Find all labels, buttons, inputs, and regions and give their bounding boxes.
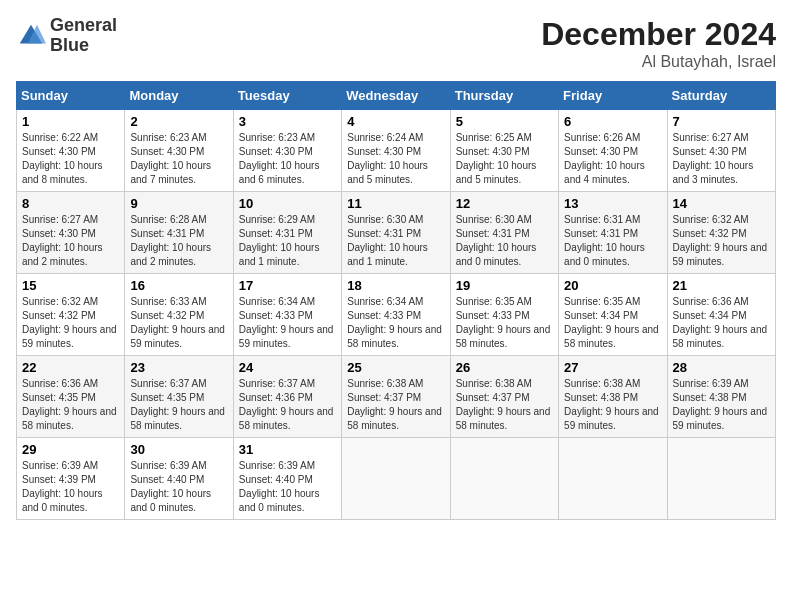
day-number: 19 <box>456 278 553 293</box>
day-number: 29 <box>22 442 119 457</box>
day-detail: Sunrise: 6:23 AMSunset: 4:30 PMDaylight:… <box>239 131 336 187</box>
calendar-cell: 15Sunrise: 6:32 AMSunset: 4:32 PMDayligh… <box>17 274 125 356</box>
col-header-wednesday: Wednesday <box>342 82 450 110</box>
day-number: 18 <box>347 278 444 293</box>
day-number: 2 <box>130 114 227 129</box>
day-detail: Sunrise: 6:38 AMSunset: 4:37 PMDaylight:… <box>347 377 444 433</box>
day-detail: Sunrise: 6:34 AMSunset: 4:33 PMDaylight:… <box>347 295 444 351</box>
location: Al Butayhah, Israel <box>541 53 776 71</box>
day-number: 31 <box>239 442 336 457</box>
day-detail: Sunrise: 6:37 AMSunset: 4:35 PMDaylight:… <box>130 377 227 433</box>
calendar-cell: 8Sunrise: 6:27 AMSunset: 4:30 PMDaylight… <box>17 192 125 274</box>
col-header-monday: Monday <box>125 82 233 110</box>
day-detail: Sunrise: 6:36 AMSunset: 4:34 PMDaylight:… <box>673 295 770 351</box>
day-number: 5 <box>456 114 553 129</box>
day-detail: Sunrise: 6:39 AMSunset: 4:40 PMDaylight:… <box>130 459 227 515</box>
calendar-cell: 31Sunrise: 6:39 AMSunset: 4:40 PMDayligh… <box>233 438 341 520</box>
calendar-cell: 24Sunrise: 6:37 AMSunset: 4:36 PMDayligh… <box>233 356 341 438</box>
day-detail: Sunrise: 6:32 AMSunset: 4:32 PMDaylight:… <box>22 295 119 351</box>
day-number: 1 <box>22 114 119 129</box>
day-detail: Sunrise: 6:25 AMSunset: 4:30 PMDaylight:… <box>456 131 553 187</box>
calendar-week-row: 15Sunrise: 6:32 AMSunset: 4:32 PMDayligh… <box>17 274 776 356</box>
calendar-table: SundayMondayTuesdayWednesdayThursdayFrid… <box>16 81 776 520</box>
col-header-thursday: Thursday <box>450 82 558 110</box>
day-number: 15 <box>22 278 119 293</box>
calendar-cell: 22Sunrise: 6:36 AMSunset: 4:35 PMDayligh… <box>17 356 125 438</box>
calendar-cell: 12Sunrise: 6:30 AMSunset: 4:31 PMDayligh… <box>450 192 558 274</box>
day-number: 3 <box>239 114 336 129</box>
calendar-cell: 27Sunrise: 6:38 AMSunset: 4:38 PMDayligh… <box>559 356 667 438</box>
col-header-sunday: Sunday <box>17 82 125 110</box>
day-number: 7 <box>673 114 770 129</box>
day-detail: Sunrise: 6:30 AMSunset: 4:31 PMDaylight:… <box>456 213 553 269</box>
col-header-friday: Friday <box>559 82 667 110</box>
day-detail: Sunrise: 6:26 AMSunset: 4:30 PMDaylight:… <box>564 131 661 187</box>
day-number: 26 <box>456 360 553 375</box>
logo-icon <box>16 21 46 51</box>
calendar-cell: 26Sunrise: 6:38 AMSunset: 4:37 PMDayligh… <box>450 356 558 438</box>
calendar-cell <box>559 438 667 520</box>
day-number: 4 <box>347 114 444 129</box>
calendar-cell: 29Sunrise: 6:39 AMSunset: 4:39 PMDayligh… <box>17 438 125 520</box>
day-detail: Sunrise: 6:39 AMSunset: 4:38 PMDaylight:… <box>673 377 770 433</box>
day-number: 25 <box>347 360 444 375</box>
day-detail: Sunrise: 6:22 AMSunset: 4:30 PMDaylight:… <box>22 131 119 187</box>
day-number: 23 <box>130 360 227 375</box>
calendar-cell: 13Sunrise: 6:31 AMSunset: 4:31 PMDayligh… <box>559 192 667 274</box>
calendar-cell: 2Sunrise: 6:23 AMSunset: 4:30 PMDaylight… <box>125 110 233 192</box>
day-number: 28 <box>673 360 770 375</box>
day-number: 22 <box>22 360 119 375</box>
calendar-cell: 28Sunrise: 6:39 AMSunset: 4:38 PMDayligh… <box>667 356 775 438</box>
calendar-cell: 7Sunrise: 6:27 AMSunset: 4:30 PMDaylight… <box>667 110 775 192</box>
col-header-saturday: Saturday <box>667 82 775 110</box>
day-number: 21 <box>673 278 770 293</box>
col-header-tuesday: Tuesday <box>233 82 341 110</box>
day-detail: Sunrise: 6:37 AMSunset: 4:36 PMDaylight:… <box>239 377 336 433</box>
day-detail: Sunrise: 6:39 AMSunset: 4:39 PMDaylight:… <box>22 459 119 515</box>
day-detail: Sunrise: 6:28 AMSunset: 4:31 PMDaylight:… <box>130 213 227 269</box>
calendar-week-row: 29Sunrise: 6:39 AMSunset: 4:39 PMDayligh… <box>17 438 776 520</box>
calendar-cell: 10Sunrise: 6:29 AMSunset: 4:31 PMDayligh… <box>233 192 341 274</box>
day-detail: Sunrise: 6:27 AMSunset: 4:30 PMDaylight:… <box>22 213 119 269</box>
day-detail: Sunrise: 6:27 AMSunset: 4:30 PMDaylight:… <box>673 131 770 187</box>
calendar-cell: 16Sunrise: 6:33 AMSunset: 4:32 PMDayligh… <box>125 274 233 356</box>
day-detail: Sunrise: 6:36 AMSunset: 4:35 PMDaylight:… <box>22 377 119 433</box>
logo-text: General Blue <box>50 16 117 56</box>
day-detail: Sunrise: 6:34 AMSunset: 4:33 PMDaylight:… <box>239 295 336 351</box>
title-block: December 2024 Al Butayhah, Israel <box>541 16 776 71</box>
calendar-cell: 11Sunrise: 6:30 AMSunset: 4:31 PMDayligh… <box>342 192 450 274</box>
calendar-cell: 18Sunrise: 6:34 AMSunset: 4:33 PMDayligh… <box>342 274 450 356</box>
calendar-cell: 17Sunrise: 6:34 AMSunset: 4:33 PMDayligh… <box>233 274 341 356</box>
day-detail: Sunrise: 6:38 AMSunset: 4:38 PMDaylight:… <box>564 377 661 433</box>
calendar-cell <box>667 438 775 520</box>
calendar-cell: 3Sunrise: 6:23 AMSunset: 4:30 PMDaylight… <box>233 110 341 192</box>
day-detail: Sunrise: 6:39 AMSunset: 4:40 PMDaylight:… <box>239 459 336 515</box>
day-number: 24 <box>239 360 336 375</box>
day-detail: Sunrise: 6:29 AMSunset: 4:31 PMDaylight:… <box>239 213 336 269</box>
calendar-cell: 21Sunrise: 6:36 AMSunset: 4:34 PMDayligh… <box>667 274 775 356</box>
day-number: 13 <box>564 196 661 211</box>
calendar-header-row: SundayMondayTuesdayWednesdayThursdayFrid… <box>17 82 776 110</box>
day-detail: Sunrise: 6:32 AMSunset: 4:32 PMDaylight:… <box>673 213 770 269</box>
calendar-cell: 1Sunrise: 6:22 AMSunset: 4:30 PMDaylight… <box>17 110 125 192</box>
day-number: 30 <box>130 442 227 457</box>
calendar-cell: 30Sunrise: 6:39 AMSunset: 4:40 PMDayligh… <box>125 438 233 520</box>
day-number: 27 <box>564 360 661 375</box>
day-number: 14 <box>673 196 770 211</box>
day-detail: Sunrise: 6:38 AMSunset: 4:37 PMDaylight:… <box>456 377 553 433</box>
day-number: 20 <box>564 278 661 293</box>
day-detail: Sunrise: 6:23 AMSunset: 4:30 PMDaylight:… <box>130 131 227 187</box>
day-number: 12 <box>456 196 553 211</box>
month-year: December 2024 <box>541 16 776 53</box>
day-detail: Sunrise: 6:35 AMSunset: 4:34 PMDaylight:… <box>564 295 661 351</box>
calendar-week-row: 8Sunrise: 6:27 AMSunset: 4:30 PMDaylight… <box>17 192 776 274</box>
day-detail: Sunrise: 6:33 AMSunset: 4:32 PMDaylight:… <box>130 295 227 351</box>
calendar-cell: 23Sunrise: 6:37 AMSunset: 4:35 PMDayligh… <box>125 356 233 438</box>
calendar-cell <box>450 438 558 520</box>
calendar-cell <box>342 438 450 520</box>
page-header: General Blue December 2024 Al Butayhah, … <box>16 16 776 71</box>
day-number: 11 <box>347 196 444 211</box>
calendar-cell: 25Sunrise: 6:38 AMSunset: 4:37 PMDayligh… <box>342 356 450 438</box>
day-number: 8 <box>22 196 119 211</box>
day-detail: Sunrise: 6:35 AMSunset: 4:33 PMDaylight:… <box>456 295 553 351</box>
